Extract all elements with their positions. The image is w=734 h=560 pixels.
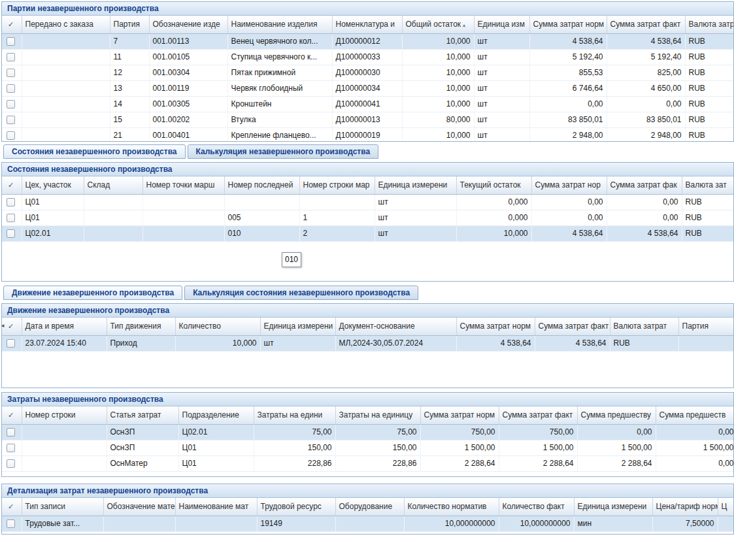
column-header[interactable]: Количество норматив bbox=[404, 498, 499, 516]
column-header[interactable]: Сумма затрат норм bbox=[456, 318, 535, 335]
cell[interactable] bbox=[142, 210, 224, 225]
cell[interactable]: RUB bbox=[682, 225, 733, 241]
cell[interactable] bbox=[299, 194, 375, 210]
column-header[interactable]: Валюта затр bbox=[685, 16, 733, 33]
table-row[interactable]: 23.07.2024 15:40Приход10,000штМЛ,2024-30… bbox=[2, 335, 733, 351]
table-row[interactable]: 13001.00119Червяк глобоидныйД10000003410… bbox=[2, 80, 733, 96]
row-checkbox[interactable] bbox=[7, 69, 15, 77]
column-header[interactable]: Номер последней bbox=[224, 176, 299, 194]
column-header[interactable]: Цена/тариф норма bbox=[652, 498, 718, 516]
table-row[interactable]: 21001.00401Крепление фланцево...Д1000000… bbox=[2, 127, 733, 141]
cell[interactable]: 228,86 bbox=[335, 455, 420, 471]
cell[interactable]: 150,00 bbox=[335, 440, 420, 455]
row-checkbox[interactable] bbox=[7, 131, 15, 140]
cell[interactable]: 001.00113 bbox=[149, 33, 227, 49]
tab-movement[interactable]: Движение незавершенного производства bbox=[3, 286, 182, 300]
column-header[interactable]: Тип движения bbox=[107, 318, 175, 335]
row-checkbox[interactable] bbox=[7, 229, 15, 238]
cell[interactable]: Крепление фланцево... bbox=[227, 127, 332, 141]
cell[interactable]: 1 500,00 bbox=[499, 440, 577, 455]
cell[interactable]: 12 bbox=[110, 65, 149, 80]
cell[interactable]: Кронштейн bbox=[227, 96, 332, 112]
cell[interactable]: 15 bbox=[110, 112, 149, 127]
cell[interactable]: 1 500,00 bbox=[577, 440, 656, 455]
cell[interactable]: 4 538,64 bbox=[456, 335, 535, 351]
cell[interactable]: Червяк глобоидный bbox=[227, 80, 332, 96]
row-checkbox[interactable] bbox=[7, 519, 15, 528]
cell[interactable]: 825,00 bbox=[607, 65, 685, 80]
cell[interactable]: ОснЗП bbox=[107, 440, 178, 455]
cell[interactable]: 010 bbox=[224, 225, 299, 241]
row-checkbox[interactable] bbox=[7, 459, 15, 468]
cell[interactable] bbox=[142, 225, 224, 241]
cell[interactable]: 0,00 bbox=[531, 194, 607, 210]
cell[interactable]: 001.00305 bbox=[149, 96, 227, 112]
cell[interactable]: Д100000033 bbox=[332, 49, 402, 65]
column-header[interactable]: Трудовой ресурс bbox=[257, 498, 335, 516]
cell[interactable]: шт bbox=[474, 80, 529, 96]
cell[interactable]: 0,00 bbox=[531, 210, 607, 225]
cell[interactable]: Ц01 bbox=[178, 440, 254, 455]
column-header[interactable]: Количество факт bbox=[499, 498, 574, 516]
column-header[interactable]: Номенклатура и bbox=[332, 16, 402, 33]
cell[interactable]: 7,50000 bbox=[652, 516, 718, 531]
cell[interactable]: RUB bbox=[682, 194, 733, 210]
row-checkbox[interactable] bbox=[7, 339, 15, 348]
cell[interactable] bbox=[22, 112, 110, 127]
cell[interactable]: 4 538,64 bbox=[531, 225, 607, 241]
cell[interactable]: 83 850,01 bbox=[529, 112, 607, 127]
row-checkbox[interactable] bbox=[7, 116, 15, 124]
cell[interactable]: шт bbox=[474, 33, 529, 49]
tab-states[interactable]: Состояния незавершенного производства bbox=[3, 144, 186, 159]
cell[interactable]: 10,000 bbox=[402, 49, 474, 65]
cell[interactable]: RUB bbox=[685, 112, 733, 127]
column-header[interactable]: Затраты на единицу bbox=[335, 406, 420, 424]
cell[interactable]: 001.00119 bbox=[149, 80, 227, 96]
cell[interactable]: RUB bbox=[682, 210, 733, 225]
cell[interactable] bbox=[22, 424, 107, 440]
cell[interactable]: Д100000013 bbox=[332, 112, 402, 127]
table-row[interactable]: Ц010051шт0,0000,000,00RUB bbox=[2, 210, 733, 225]
cell[interactable]: мин bbox=[574, 516, 652, 531]
cell[interactable]: 4 538,64 bbox=[535, 335, 610, 351]
cell[interactable] bbox=[22, 33, 110, 49]
cell[interactable]: Д100000019 bbox=[332, 127, 402, 141]
cell[interactable]: Ступица червячного к... bbox=[227, 49, 332, 65]
table-row[interactable]: 15001.00202ВтулкаД10000001380,000шт83 85… bbox=[2, 112, 733, 127]
cell[interactable]: 150,00 bbox=[254, 440, 335, 455]
cell[interactable]: 6 746,64 bbox=[529, 80, 607, 96]
column-header[interactable]: Сумма затрат факт bbox=[535, 318, 610, 335]
row-checkbox[interactable] bbox=[7, 53, 15, 61]
column-header[interactable]: Партия bbox=[678, 318, 733, 335]
column-header[interactable]: Наименование мат bbox=[175, 498, 257, 516]
cell[interactable]: 0,000 bbox=[456, 210, 531, 225]
cell[interactable]: Д100000030 bbox=[332, 65, 402, 80]
column-header[interactable]: Единица изм bbox=[474, 16, 529, 33]
cell[interactable]: МЛ,2024-30,05.07.2024 bbox=[335, 335, 456, 351]
cell[interactable]: 001.00401 bbox=[149, 127, 227, 141]
cell[interactable]: ОснМатер bbox=[107, 455, 178, 471]
row-checkbox[interactable] bbox=[7, 444, 15, 452]
table-row[interactable]: Трудовые зат...1914910,00000000010,00000… bbox=[2, 516, 733, 531]
row-checkbox[interactable] bbox=[7, 198, 15, 206]
cell[interactable] bbox=[103, 516, 175, 531]
cell[interactable]: 228,86 bbox=[254, 455, 335, 471]
column-header[interactable]: Склад bbox=[84, 176, 142, 194]
cell[interactable] bbox=[22, 440, 107, 455]
cell[interactable]: 10,000 bbox=[402, 96, 474, 112]
cell[interactable]: 4 650,00 bbox=[607, 80, 685, 96]
cell[interactable]: 10,000 bbox=[402, 80, 474, 96]
cell[interactable]: 0,00 bbox=[607, 194, 682, 210]
table-row[interactable]: Ц01шт0,0000,000,00RUB bbox=[2, 194, 733, 210]
cell[interactable]: RUB bbox=[685, 65, 733, 80]
cell[interactable]: RUB bbox=[685, 127, 733, 141]
cell[interactable] bbox=[142, 194, 224, 210]
table-row[interactable]: Ц02.010102шт10,0004 538,644 538,64RUB bbox=[2, 225, 733, 241]
cell[interactable]: 1 500,00 bbox=[420, 440, 499, 455]
cell[interactable]: Пятак прижимной bbox=[227, 65, 332, 80]
column-header[interactable]: Цех, участок bbox=[22, 176, 84, 194]
cell[interactable]: 0,00 bbox=[656, 424, 733, 440]
select-all-header[interactable]: ✓ bbox=[2, 176, 22, 194]
cell[interactable]: 10,000 bbox=[402, 65, 474, 80]
cell[interactable]: 75,00 bbox=[254, 424, 335, 440]
